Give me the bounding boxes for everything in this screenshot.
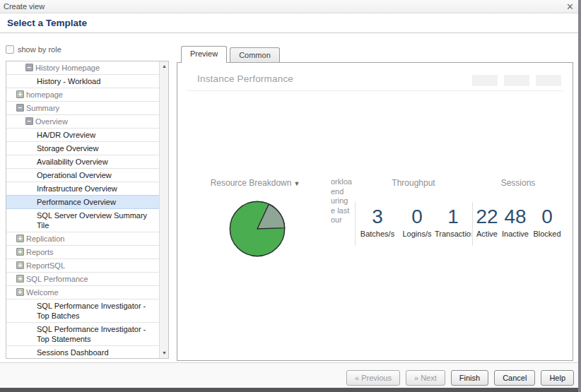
page-title: Select a Template bbox=[7, 18, 87, 28]
collapse-icon[interactable]: − bbox=[16, 104, 24, 112]
footer-bar: « Previous» NextFinishCancelHelp bbox=[0, 363, 581, 388]
expand-icon[interactable]: + bbox=[16, 288, 24, 296]
tree-item-homepage[interactable]: +homepage bbox=[6, 88, 159, 102]
tab-preview[interactable]: Preview bbox=[181, 46, 227, 63]
tree-item-sql-performance[interactable]: +SQL Performance bbox=[6, 273, 159, 286]
cancel-button[interactable]: Cancel bbox=[494, 370, 535, 386]
metric-inactive: 48Inactive bbox=[501, 206, 529, 246]
tree-item-availability-overview[interactable]: Availability Overview bbox=[6, 155, 159, 169]
tree-item-label: SQL Server Overview Summary Tile bbox=[37, 210, 156, 230]
tree-item-operational-overview[interactable]: Operational Overview bbox=[6, 169, 159, 182]
finish-button[interactable]: Finish bbox=[451, 370, 488, 386]
placeholder-box bbox=[472, 75, 498, 86]
sessions-header: Sessions bbox=[472, 178, 564, 188]
expand-icon[interactable]: + bbox=[16, 248, 24, 256]
chevron-down-icon: ▼ bbox=[293, 180, 300, 187]
resource-breakdown-pie-chart bbox=[225, 197, 289, 261]
tree-item-label: Replication bbox=[26, 234, 64, 244]
metric-value: 48 bbox=[501, 206, 529, 227]
tree-item-overview[interactable]: −Overview bbox=[6, 115, 159, 129]
metric-value: 0 bbox=[529, 206, 565, 227]
metric-label: Blocked bbox=[529, 230, 565, 238]
tree-item-label: Overview bbox=[35, 117, 68, 126]
metric-value: 3 bbox=[356, 206, 399, 227]
sessions-metrics: 22Active48Inactive0Blocked bbox=[472, 202, 565, 246]
tree-item-label: HA/DR Ovreview bbox=[37, 130, 95, 140]
window-bottom-edge bbox=[0, 388, 581, 392]
tree-item-storage-overview[interactable]: Storage Overview bbox=[6, 142, 159, 155]
scroll-down-icon[interactable]: ▼ bbox=[160, 348, 169, 358]
metric-label: Logins/s bbox=[399, 230, 435, 238]
tree-item-history-homepage[interactable]: −History Homepage bbox=[6, 61, 159, 75]
template-tree: −History HomepageHistory - Workload+home… bbox=[6, 61, 159, 358]
tree-item-label: Operational Overview bbox=[37, 170, 112, 180]
metric-value: 22 bbox=[473, 206, 501, 227]
tree-item-history-workload[interactable]: History - Workload bbox=[6, 75, 159, 88]
tree-item-label: Sessions Dashboard bbox=[37, 348, 109, 357]
preview-tab-bar: Preview Common bbox=[181, 46, 283, 63]
tree-item-label: History - Workload bbox=[37, 76, 100, 86]
tree-item-reports[interactable]: +Reports bbox=[6, 246, 159, 259]
tree-item-sql-server-overview-summary-tile[interactable]: SQL Server Overview Summary Tile bbox=[6, 209, 159, 232]
tree-item-welcome[interactable]: +Welcome bbox=[6, 286, 159, 299]
window-right-edge bbox=[578, 0, 581, 392]
tree-scrollbar[interactable]: ▲ ▼ bbox=[159, 61, 168, 358]
resource-breakdown-header[interactable]: Resource Breakdown▼ bbox=[206, 178, 305, 188]
tree-item-sql-performance-investigator-top-batches[interactable]: SQL Performance Investigator - Top Batch… bbox=[6, 299, 159, 323]
tab-common[interactable]: Common bbox=[230, 47, 280, 63]
resource-breakdown-label: Resource Breakdown bbox=[211, 178, 292, 188]
throughput-metrics: 3Batches/s0Logins/s1Transactions bbox=[355, 202, 472, 246]
metric-batches-s: 3Batches/s bbox=[356, 206, 399, 246]
tree-item-performance-overview[interactable]: Performance Overview bbox=[6, 195, 159, 209]
placeholder-box bbox=[504, 75, 529, 86]
tree-item-label: SQL Performance Investigator - Top Batch… bbox=[37, 301, 156, 321]
tree-item-label: History Homepage bbox=[35, 63, 100, 73]
metric-label: Active bbox=[473, 230, 501, 238]
tree-item-reportsql[interactable]: +ReportSQL bbox=[6, 259, 159, 273]
tree-item-label: Infrastructure Overview bbox=[37, 184, 117, 194]
show-by-role-checkbox[interactable] bbox=[6, 45, 14, 54]
show-by-role-row: show by role bbox=[6, 45, 61, 54]
tree-item-label: SQL Performance Investigator - Top State… bbox=[37, 324, 156, 344]
tree-item-label: Welcome bbox=[26, 287, 59, 297]
expand-icon[interactable]: + bbox=[16, 234, 24, 242]
tree-item-label: Summary bbox=[26, 103, 59, 113]
scroll-up-icon[interactable]: ▲ bbox=[160, 61, 169, 71]
tree-item-infrastructure-overview[interactable]: Infrastructure Overview bbox=[6, 182, 159, 196]
placeholder-box bbox=[536, 75, 561, 86]
help-button[interactable]: Help bbox=[541, 370, 574, 386]
expand-icon[interactable]: + bbox=[16, 261, 24, 269]
create-view-dialog: Create view ✕ Select a Template show by … bbox=[0, 0, 581, 392]
metric-value: 1 bbox=[435, 206, 471, 227]
preview-panel: Instance Performance Resource Breakdown▼… bbox=[177, 62, 573, 361]
tree-item-label: homepage bbox=[26, 90, 63, 100]
tree-item-sql-performance-investigator-top-statements[interactable]: SQL Performance Investigator - Top State… bbox=[6, 323, 159, 346]
metric-label: Transactions bbox=[435, 230, 471, 238]
tree-item-replication[interactable]: +Replication bbox=[6, 232, 159, 246]
close-icon[interactable]: ✕ bbox=[566, 1, 574, 12]
clipped-workload-text: orkloa end uring e last our bbox=[331, 177, 352, 225]
expand-icon[interactable]: + bbox=[16, 90, 24, 98]
template-tree-panel: −History HomepageHistory - Workload+home… bbox=[6, 61, 169, 359]
show-by-role-label: show by role bbox=[18, 45, 61, 54]
tree-item-label: Performance Overview bbox=[37, 197, 116, 207]
next-button: » Next bbox=[406, 370, 445, 386]
metric-label: Batches/s bbox=[356, 230, 399, 238]
preview-title: Instance Performance bbox=[197, 73, 293, 84]
preview-title-divider bbox=[186, 90, 563, 91]
tree-item-ha-dr-ovreview[interactable]: HA/DR Ovreview bbox=[6, 129, 159, 142]
tree-item-label: Availability Overview bbox=[37, 157, 108, 167]
metric-label: Inactive bbox=[501, 230, 529, 238]
tree-item-label: ReportSQL bbox=[26, 261, 65, 271]
metric-logins-s: 0Logins/s bbox=[399, 206, 435, 246]
footer-buttons: « Previous» NextFinishCancelHelp bbox=[346, 370, 574, 386]
collapse-icon[interactable]: − bbox=[25, 117, 33, 125]
metric-blocked: 0Blocked bbox=[529, 206, 565, 246]
expand-icon[interactable]: + bbox=[16, 275, 24, 283]
tree-item-sessions-dashboard[interactable]: Sessions Dashboard bbox=[6, 346, 159, 358]
tree-item-summary[interactable]: −Summary bbox=[6, 102, 159, 115]
collapse-icon[interactable]: − bbox=[25, 64, 33, 71]
tree-item-label: Storage Overview bbox=[37, 143, 98, 153]
metric-value: 0 bbox=[399, 206, 435, 227]
tree-item-label: SQL Performance bbox=[26, 274, 88, 284]
